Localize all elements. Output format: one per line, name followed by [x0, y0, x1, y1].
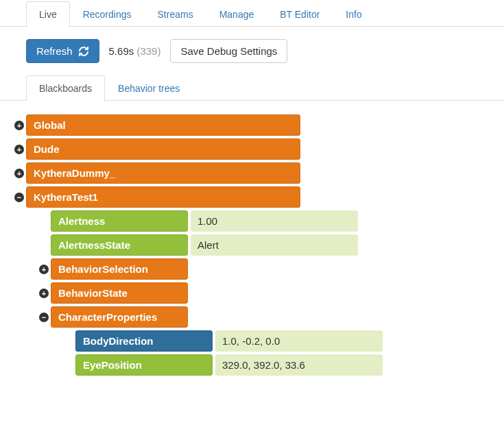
property-row-behavior-selection: + BehaviorSelection [12, 258, 478, 280]
refresh-label: Refresh [36, 45, 73, 57]
expand-toggle[interactable]: + [12, 114, 26, 136]
property-row-body-direction: BodyDirection 1.0, -0.2, 0.0 [12, 330, 478, 352]
plus-icon: + [14, 145, 24, 154]
sub-tabs: Blackboards Behavior trees [0, 75, 504, 101]
expand-toggle[interactable]: + [12, 138, 26, 160]
property-key[interactable]: BodyDirection [75, 330, 213, 352]
collapse-toggle[interactable]: − [12, 186, 26, 208]
plus-icon: + [14, 169, 24, 178]
tab-bt-editor[interactable]: BT Editor [267, 1, 333, 27]
status-text: 5.69s (339) [109, 45, 161, 57]
refresh-button[interactable]: Refresh [26, 39, 99, 63]
property-row-eye-position: EyePosition 329.0, 392.0, 33.6 [12, 354, 478, 376]
blackboard-row-kytheratest1: − KytheraTest1 [12, 186, 478, 208]
property-value: 1.0, -0.2, 0.0 [215, 330, 383, 352]
property-row-behavior-state: + BehaviorState [12, 282, 478, 304]
property-key[interactable]: CharacterProperties [51, 306, 188, 328]
expand-toggle[interactable]: + [37, 282, 51, 304]
minus-icon: − [14, 193, 24, 202]
plus-icon: + [39, 265, 49, 274]
subtab-behavior-trees[interactable]: Behavior trees [105, 75, 193, 101]
plus-icon: + [39, 289, 49, 298]
property-value: 1.00 [191, 210, 358, 232]
property-row-alertness: Alertness 1.00 [12, 210, 478, 232]
status-time: 5.69s [109, 45, 134, 57]
main-tabs: Live Recordings Streams Manage BT Editor… [0, 1, 504, 27]
property-key[interactable]: EyePosition [75, 354, 213, 376]
refresh-icon [78, 46, 89, 57]
blackboard-header[interactable]: KytheraTest1 [26, 186, 300, 208]
minus-icon: − [39, 313, 49, 322]
collapse-toggle[interactable]: − [37, 306, 51, 328]
tab-manage[interactable]: Manage [206, 1, 267, 27]
property-row-character-properties: − CharacterProperties [12, 306, 478, 328]
blackboard-row-kytheradummy: + KytheraDummy_ [12, 162, 478, 184]
blackboard-header[interactable]: Dude [26, 138, 300, 160]
property-key[interactable]: Alertness [51, 210, 188, 232]
blackboard-row-dude: + Dude [12, 138, 478, 160]
toolbar: Refresh 5.69s (339) Save Debug Settings [0, 27, 504, 75]
blackboard-header[interactable]: KytheraDummy_ [26, 162, 300, 184]
property-key[interactable]: BehaviorSelection [51, 258, 188, 280]
blackboard-tree: + Global + Dude + KytheraDummy_ − Kyther… [0, 114, 504, 392]
status-count: (339) [136, 45, 160, 57]
tab-live[interactable]: Live [26, 1, 70, 27]
expand-toggle[interactable]: + [37, 258, 51, 280]
subtab-blackboards[interactable]: Blackboards [26, 75, 105, 101]
plus-icon: + [14, 121, 24, 130]
expand-toggle[interactable]: + [12, 162, 26, 184]
save-debug-settings-button[interactable]: Save Debug Settings [170, 39, 287, 63]
property-key[interactable]: AlertnessState [51, 234, 188, 256]
property-value: Alert [191, 234, 358, 256]
tab-recordings[interactable]: Recordings [70, 1, 145, 27]
blackboard-header[interactable]: Global [26, 114, 300, 136]
tab-info[interactable]: Info [333, 1, 374, 27]
blackboard-row-global: + Global [12, 114, 478, 136]
property-value: 329.0, 392.0, 33.6 [215, 354, 383, 376]
tab-streams[interactable]: Streams [145, 1, 206, 27]
property-row-alertness-state: AlertnessState Alert [12, 234, 478, 256]
property-key[interactable]: BehaviorState [51, 282, 188, 304]
